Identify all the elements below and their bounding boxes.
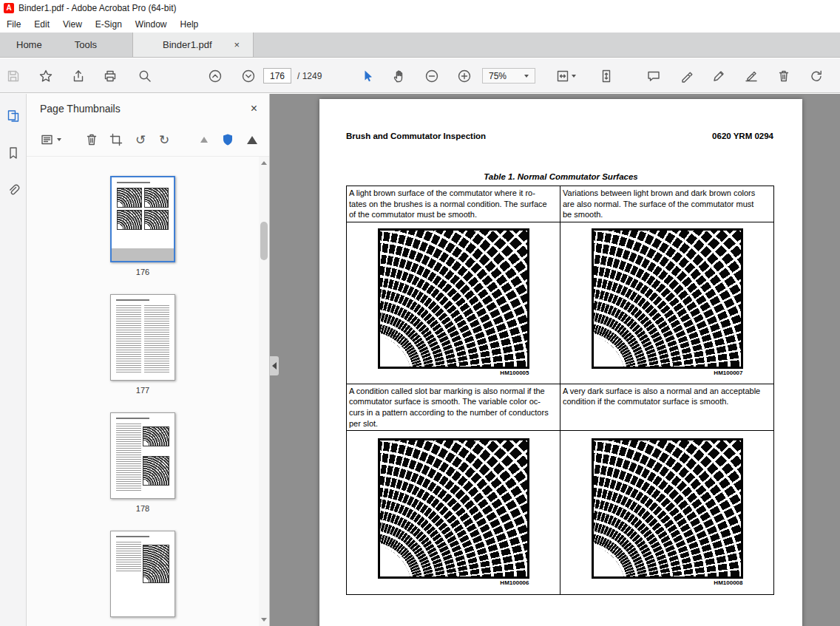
fit-page-button[interactable]	[552, 66, 580, 86]
trash-icon	[84, 132, 99, 147]
minus-circle-icon	[424, 69, 439, 84]
menu-window[interactable]: Window	[129, 19, 174, 30]
thumbnail-label: 177	[136, 386, 149, 395]
table-cell-figure: HM100006	[347, 431, 560, 595]
navigation-rail	[0, 94, 27, 626]
shield-icon	[220, 132, 235, 147]
share-button[interactable]	[68, 66, 89, 86]
enlarge-thumbnails-button[interactable]	[242, 129, 262, 150]
mini-text-column	[116, 423, 141, 491]
large-triangle-icon	[247, 136, 257, 144]
delete-pages-button[interactable]	[81, 129, 102, 150]
bookmarks-panel-button[interactable]	[6, 146, 21, 163]
tab-bar: Home Tools Binder1.pdf ×	[0, 33, 840, 58]
table-cell-text: A very dark surface is also a normal and…	[560, 384, 774, 430]
tab-tools[interactable]: Tools	[58, 33, 113, 57]
zoom-level-dropdown[interactable]: 75%	[482, 68, 535, 84]
menu-esign[interactable]: E-Sign	[89, 19, 129, 30]
mini-commutator-figure	[144, 188, 169, 208]
window-title: Binder1.pdf - Adobe Acrobat Pro (64-bit)	[18, 3, 176, 13]
mini-headline	[116, 299, 149, 301]
thumbnail-page-177[interactable]: 177	[110, 294, 175, 395]
zoom-in-button[interactable]	[454, 66, 475, 86]
page-header-code: 0620 YRM 0294	[712, 132, 773, 140]
thumbnail-image-177[interactable]	[110, 294, 175, 381]
reduce-thumbnails-button[interactable]	[194, 129, 214, 150]
search-icon	[138, 69, 152, 84]
document-area[interactable]: Brush and Commutator Inspection 0620 YRM…	[270, 94, 840, 626]
panel-header: Page Thumbnails ×	[27, 94, 269, 123]
fill-sign-button[interactable]	[741, 66, 762, 86]
cell-text-bottom-left: A condition called slot bar marking is a…	[349, 386, 558, 429]
delete-button[interactable]	[773, 66, 794, 86]
mini-text-column	[144, 305, 169, 372]
commutator-table: A light brown surface of the commutator …	[346, 186, 774, 595]
zoom-out-button[interactable]	[421, 66, 442, 86]
next-page-button[interactable]	[238, 66, 259, 86]
scrollbar-thumb[interactable]	[260, 222, 268, 260]
thumbnail-list: 176 177	[27, 157, 259, 626]
menu-edit[interactable]: Edit	[27, 19, 56, 30]
menu-view[interactable]: View	[56, 19, 89, 30]
thumbnail-image-179[interactable]	[110, 531, 175, 617]
thumbnail-page-179[interactable]	[110, 531, 175, 617]
thumbnail-image-178[interactable]	[110, 412, 175, 499]
previous-page-button[interactable]	[205, 66, 226, 86]
attachments-panel-button[interactable]	[6, 183, 21, 200]
thumbnail-image-176[interactable]	[110, 176, 175, 262]
cell-text-top-left: A light brown surface of the commutator …	[349, 188, 558, 220]
thumbnail-scrollbar[interactable]	[259, 157, 269, 626]
crop-pages-button[interactable]	[106, 129, 126, 150]
rotate-left-button[interactable]: ↺	[130, 129, 151, 150]
page-thumbnails-panel-button[interactable]	[6, 109, 21, 126]
menu-file[interactable]: File	[0, 19, 27, 30]
page-header: Brush and Commutator Inspection 0620 YRM…	[346, 132, 773, 140]
list-options-icon	[40, 132, 55, 147]
favorites-button[interactable]	[35, 66, 56, 86]
figure-label: HM100006	[378, 579, 529, 586]
save-button[interactable]	[3, 66, 24, 86]
highlight-button[interactable]	[676, 66, 697, 86]
mini-commutator-figure	[143, 545, 169, 583]
panel-close-icon[interactable]: ×	[251, 102, 257, 115]
table-cell-text: A condition called slot bar marking is a…	[347, 384, 560, 430]
refresh-button[interactable]	[806, 66, 827, 86]
table-cell-text: Variations between light brown and dark …	[560, 186, 774, 222]
page-number-input[interactable]	[263, 68, 291, 84]
chevron-down-icon	[572, 75, 576, 78]
rotate-cw-icon: ↻	[159, 134, 169, 146]
share-icon	[71, 69, 86, 84]
comment-button[interactable]	[643, 66, 664, 86]
thumbnail-label: 178	[136, 504, 149, 513]
figure-label: HM100008	[592, 579, 743, 586]
bookmark-icon	[6, 146, 21, 160]
acrobat-window: A Binder1.pdf - Adobe Acrobat Pro (64-bi…	[0, 0, 840, 626]
thumbnail-page-176[interactable]: 176	[110, 176, 175, 276]
scroll-up-arrow-icon[interactable]	[261, 161, 267, 165]
tab-close-icon[interactable]: ×	[231, 39, 243, 50]
scroll-mode-button[interactable]	[596, 66, 617, 86]
rotate-right-button[interactable]: ↻	[154, 129, 175, 150]
sign-button[interactable]	[708, 66, 729, 86]
search-button[interactable]	[135, 66, 155, 86]
thumbnail-options-button[interactable]	[35, 129, 65, 150]
tab-document[interactable]: Binder1.pdf ×	[132, 33, 254, 57]
thumbnail-page-178[interactable]: 178	[110, 412, 175, 513]
menu-help[interactable]: Help	[174, 19, 206, 30]
print-button[interactable]	[100, 66, 121, 86]
fit-width-icon	[555, 69, 570, 84]
figure-bottom-left: HM100006	[378, 438, 529, 586]
security-button[interactable]	[217, 129, 238, 150]
commutator-figure	[592, 228, 743, 369]
tab-home[interactable]: Home	[0, 33, 58, 57]
select-tool-button[interactable]	[357, 66, 378, 86]
commutator-figure	[378, 228, 529, 369]
commutator-figure	[592, 438, 743, 579]
table-cell-figure: HM100008	[560, 431, 774, 595]
panel-collapse-handle[interactable]	[270, 356, 279, 375]
hand-tool-button[interactable]	[389, 66, 410, 86]
zoom-level-value: 75%	[489, 71, 507, 81]
scroll-down-arrow-icon[interactable]	[261, 618, 267, 622]
mini-text-column	[116, 542, 141, 571]
tab-document-label: Binder1.pdf	[163, 39, 212, 50]
